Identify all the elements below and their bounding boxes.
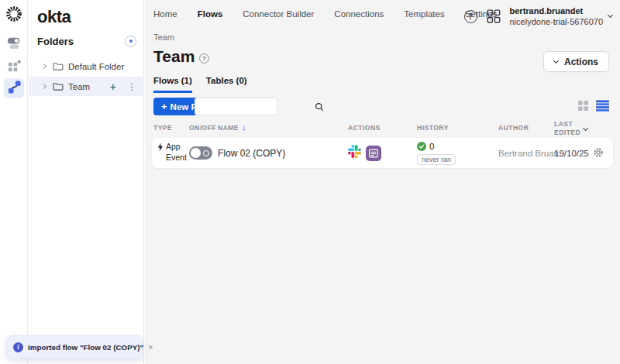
col-header-type: TYPE xyxy=(153,124,172,132)
main-content: Home Flows Connector Builder Connections… xyxy=(145,0,620,364)
view-toggles xyxy=(577,100,609,112)
sidebar-item-team-folder[interactable]: Team + ⋮ xyxy=(29,77,144,96)
nav-item-connector-builder[interactable]: Connector Builder xyxy=(243,9,314,19)
folder-icon xyxy=(53,61,64,71)
toggle-off-icon xyxy=(189,146,212,160)
grid-view-icon xyxy=(577,100,589,112)
okta-aura-logo-button[interactable] xyxy=(4,5,24,26)
gear-icon xyxy=(593,147,604,158)
flow-table-row[interactable]: App Event Flow 02 (COPY) xyxy=(152,138,613,168)
column-options-chevron-icon[interactable] xyxy=(583,125,588,131)
breadcrumb[interactable]: Team xyxy=(153,33,174,42)
add-folder-dot-icon xyxy=(129,39,133,43)
tab-flows[interactable]: Flows (1) xyxy=(153,76,192,93)
sort-descending-icon[interactable]: ↓ xyxy=(242,122,246,132)
page-title-help-button[interactable]: ? xyxy=(199,53,209,64)
list-view-button[interactable] xyxy=(596,100,609,112)
apps-grid-icon xyxy=(487,9,501,23)
page-title: Team xyxy=(153,47,195,66)
account-org: nicelydone-trial-5676070 xyxy=(510,16,603,27)
actions-button[interactable]: Actions xyxy=(543,51,609,72)
col-header-author: AUTHOR xyxy=(498,124,529,132)
flows-icon xyxy=(7,80,22,98)
actions-button-label: Actions xyxy=(564,57,598,67)
chevron-right-icon[interactable] xyxy=(41,64,46,69)
chevron-down-icon xyxy=(553,58,559,64)
flow-search xyxy=(195,98,277,115)
flow-on-off-toggle[interactable] xyxy=(189,146,212,160)
left-icon-rail xyxy=(0,0,28,364)
account-username: bertrand.bruandet xyxy=(510,5,603,16)
plus-icon: + xyxy=(161,101,167,112)
success-check-icon xyxy=(417,142,426,151)
nav-item-home[interactable]: Home xyxy=(153,9,177,19)
apps-plus-icon xyxy=(7,59,22,77)
col-header-name: NAME ↓ xyxy=(218,124,246,132)
col-header-actions: ACTIONS xyxy=(348,124,381,132)
table-header: TYPE ON/OFF NAME ↓ ACTIONS HISTORY AUTHO… xyxy=(145,118,620,138)
folders-title: Folders xyxy=(37,36,74,47)
folder-label: Default Folder xyxy=(68,62,124,71)
search-icon[interactable] xyxy=(315,102,324,112)
flow-settings-button[interactable] xyxy=(593,147,604,158)
status-badge: never ran xyxy=(417,154,456,165)
info-icon: i xyxy=(13,342,23,352)
help-button[interactable]: ? xyxy=(464,10,477,23)
nav-item-templates[interactable]: Templates xyxy=(404,9,444,19)
list-view-icon xyxy=(596,100,609,112)
okta-wordmark: okta xyxy=(37,7,71,27)
chevron-down-icon xyxy=(608,12,613,18)
tab-tables[interactable]: Tables (0) xyxy=(206,76,247,93)
add-flow-to-folder-button[interactable]: + xyxy=(110,81,116,93)
nav-item-flows[interactable]: Flows xyxy=(198,9,223,19)
folder-icon xyxy=(53,81,64,91)
question-mark-icon: ? xyxy=(468,12,473,21)
toast-notification: i Imported flow "Flow 02 (COPY)" × xyxy=(6,335,143,359)
connections-toggles-icon xyxy=(7,36,22,53)
tabs: Flows (1) Tables (0) xyxy=(153,76,247,93)
flow-connector-icons xyxy=(348,145,381,161)
account-menu[interactable]: bertrand.bruandet nicelydone-trial-56760… xyxy=(510,5,612,28)
tables-connector-icon[interactable] xyxy=(366,146,381,161)
rail-templates-button[interactable] xyxy=(4,57,24,77)
folders-sidebar: okta Folders Default Folder Team + ⋮ xyxy=(29,0,144,364)
toast-message: Imported flow "Flow 02 (COPY)" xyxy=(28,343,143,352)
okta-aura-icon xyxy=(5,5,22,26)
chevron-right-icon[interactable] xyxy=(41,84,46,89)
flow-type-label: App Event xyxy=(166,142,190,163)
nav-item-connections[interactable]: Connections xyxy=(334,9,384,19)
toast-close-icon[interactable]: × xyxy=(148,342,153,352)
question-mark-icon: ? xyxy=(202,55,206,62)
rail-connections-button[interactable] xyxy=(4,34,24,54)
lightning-app-event-icon xyxy=(157,143,164,152)
flow-last-edited: 19/10/25 xyxy=(554,149,589,158)
history-success-count: 0 xyxy=(429,142,434,151)
col-header-history: HISTORY xyxy=(417,124,449,132)
flow-name-link[interactable]: Flow 02 (COPY) xyxy=(218,148,285,159)
folder-options-kebab-icon[interactable]: ⋮ xyxy=(127,81,136,92)
add-folder-button[interactable] xyxy=(125,36,136,47)
flow-history-cell: 0 never ran xyxy=(417,142,456,165)
top-navigation: Home Flows Connector Builder Connections… xyxy=(145,0,620,28)
col-header-last-edited: LAST EDITED xyxy=(554,120,584,137)
grid-view-button[interactable] xyxy=(577,100,589,112)
app-switcher-button[interactable] xyxy=(487,9,501,23)
slack-icon[interactable] xyxy=(348,145,361,161)
sidebar-item-default-folder[interactable]: Default Folder xyxy=(29,57,144,75)
flow-type-cell: App Event xyxy=(157,142,190,163)
okta-workflows-screen: okta Folders Default Folder Team + ⋮ Hom… xyxy=(0,0,620,364)
folder-label: Team xyxy=(68,82,90,91)
rail-flows-button[interactable] xyxy=(4,78,24,98)
search-input[interactable] xyxy=(195,102,315,112)
col-header-on-off: ON/OFF xyxy=(189,124,216,132)
